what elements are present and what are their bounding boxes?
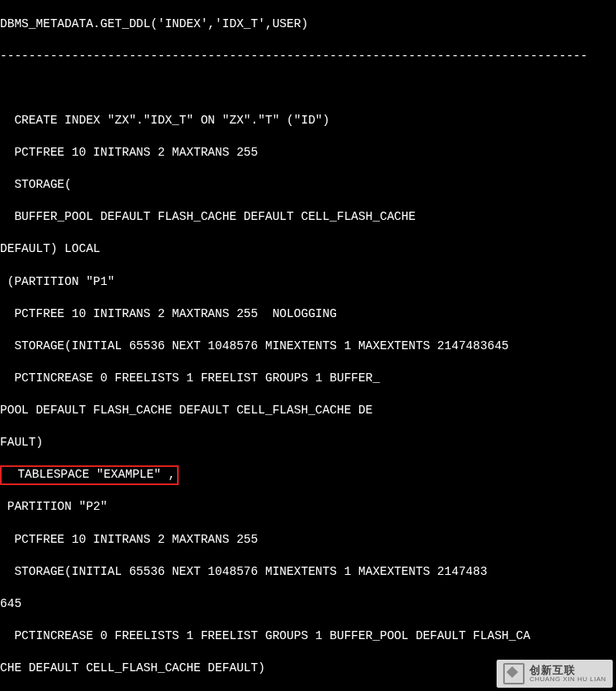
ddl-line: PCTFREE 10 INITRANS 2 MAXTRANS 255 NOLOG…: [0, 306, 616, 323]
ddl-line: PCTINCREASE 0 FREELISTS 1 FREELIST GROUP…: [0, 628, 616, 645]
watermark-text-sub: CHUANG XIN HU LIAN: [530, 676, 606, 683]
ddl-line: FAULT): [0, 435, 616, 451]
ddl-line: STORAGE(INITIAL 65536 NEXT 1048576 MINEX…: [0, 338, 616, 355]
ddl-line: BUFFER_POOL DEFAULT FLASH_CACHE DEFAULT …: [0, 209, 616, 226]
ddl-line: POOL DEFAULT FLASH_CACHE DEFAULT CELL_FL…: [0, 403, 616, 419]
ddl-line: STORAGE(INITIAL 65536 NEXT 1048576 MINEX…: [0, 564, 616, 581]
ddl-line: PCTFREE 10 INITRANS 2 MAXTRANS 255: [0, 532, 616, 549]
ddl-line: PCTINCREASE 0 FREELISTS 1 FREELIST GROUP…: [0, 371, 616, 387]
ddl-line: PARTITION "P2": [0, 499, 616, 516]
ddl-line: (PARTITION "P1": [0, 274, 616, 291]
highlight-tablespace-example: TABLESPACE "EXAMPLE" ,: [0, 465, 179, 485]
watermark-text-cn: 创新互联: [530, 665, 606, 676]
ddl-line: 645: [0, 596, 616, 613]
header-separator: ----------------------------------------…: [0, 49, 616, 65]
ddl-line: DEFAULT) LOCAL: [0, 241, 616, 258]
watermark-logo-icon: [503, 663, 525, 684]
header-title: DBMS_METADATA.GET_DDL('INDEX','IDX_T',US…: [0, 16, 616, 33]
ddl-line: CREATE INDEX "ZX"."IDX_T" ON "ZX"."T" ("…: [0, 113, 616, 129]
watermark: 创新互联 CHUANG XIN HU LIAN: [497, 660, 613, 688]
terminal-output: DBMS_METADATA.GET_DDL('INDEX','IDX_T',US…: [0, 0, 616, 691]
ddl-line: STORAGE(: [0, 177, 616, 194]
ddl-line: PCTFREE 10 INITRANS 2 MAXTRANS 255: [0, 145, 616, 161]
